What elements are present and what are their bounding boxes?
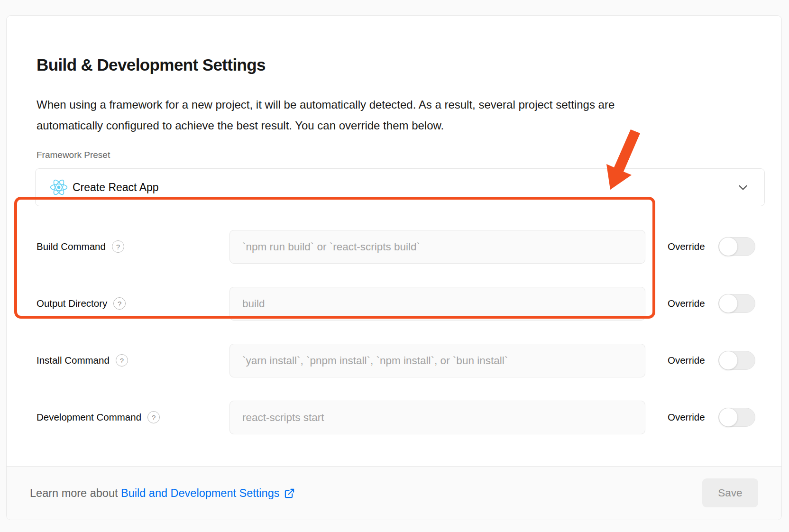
chevron-down-icon xyxy=(736,180,750,194)
install-command-override: Override xyxy=(668,351,755,370)
output-directory-override: Override xyxy=(668,294,755,313)
help-icon[interactable]: ? xyxy=(116,354,128,367)
framework-preset-value: Create React App xyxy=(73,181,159,194)
install-command-label-text: Install Command xyxy=(37,355,110,366)
card-footer: Learn more about Build and Development S… xyxy=(7,466,781,520)
install-command-label: Install Command ? xyxy=(37,352,128,368)
learn-more-link[interactable]: Build and Development Settings xyxy=(121,487,295,500)
save-button[interactable]: Save xyxy=(702,478,758,507)
help-icon[interactable]: ? xyxy=(112,240,124,253)
override-label: Override xyxy=(668,241,705,252)
install-command-override-toggle[interactable] xyxy=(718,351,755,370)
development-command-override: Override xyxy=(668,408,755,427)
page-description-line: automatically configured to achieve the … xyxy=(37,115,615,136)
output-directory-label: Output Directory ? xyxy=(37,295,126,312)
page-description: When using a framework for a new project… xyxy=(37,94,615,136)
development-command-label: Development Command ? xyxy=(37,409,160,425)
override-label: Override xyxy=(668,355,705,366)
help-icon[interactable]: ? xyxy=(113,297,126,310)
settings-card: Build & Development Settings When using … xyxy=(6,15,782,520)
learn-more-text: Learn more about Build and Development S… xyxy=(30,467,295,520)
output-directory-override-toggle[interactable] xyxy=(718,294,755,313)
toggle-knob xyxy=(719,294,738,313)
output-directory-label-text: Output Directory xyxy=(37,298,107,309)
page-description-line: When using a framework for a new project… xyxy=(37,94,615,115)
framework-preset-label: Framework Preset xyxy=(37,150,110,160)
development-command-input[interactable] xyxy=(229,401,645,434)
override-label: Override xyxy=(668,298,705,309)
development-command-label-text: Development Command xyxy=(37,412,141,423)
build-command-override: Override xyxy=(668,237,755,256)
toggle-knob xyxy=(719,351,738,370)
build-command-label: Build Command ? xyxy=(37,238,124,255)
build-command-override-toggle[interactable] xyxy=(718,237,755,256)
toggle-knob xyxy=(719,237,738,256)
build-command-input[interactable] xyxy=(229,230,645,264)
react-logo-icon xyxy=(50,178,68,196)
page-title: Build & Development Settings xyxy=(37,55,266,74)
override-label: Override xyxy=(668,412,705,423)
external-link-icon xyxy=(284,488,295,499)
install-command-input[interactable] xyxy=(229,344,645,377)
learn-more-prefix: Learn more about xyxy=(30,487,121,500)
build-command-label-text: Build Command xyxy=(37,241,106,252)
output-directory-input[interactable] xyxy=(229,287,645,321)
help-icon[interactable]: ? xyxy=(147,411,160,423)
learn-more-link-text: Build and Development Settings xyxy=(121,487,279,500)
framework-preset-select[interactable]: Create React App xyxy=(35,168,765,206)
toggle-knob xyxy=(719,408,738,427)
development-command-override-toggle[interactable] xyxy=(718,408,755,427)
